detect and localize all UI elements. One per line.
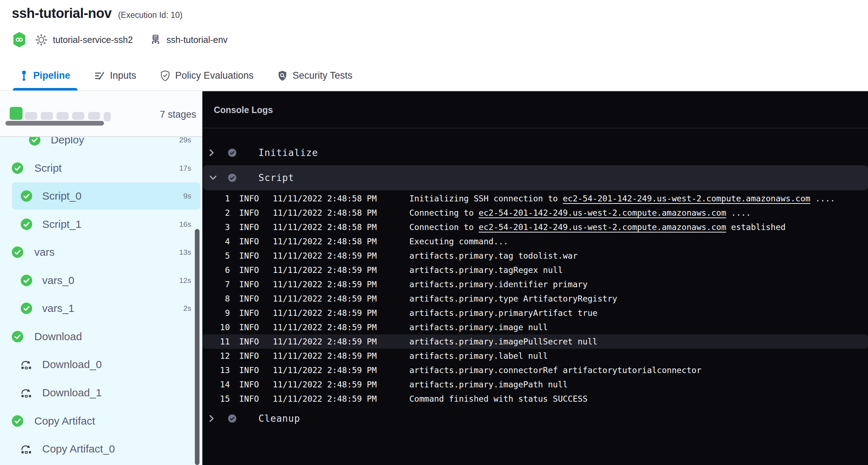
stage-row-script[interactable]: Script17s — [0, 154, 202, 182]
collapse-toggle[interactable] — [209, 175, 217, 180]
log-timestamp: 11/11/2022 2:48:58 PM — [273, 208, 377, 217]
log-message: artifacts.primary.image null — [409, 323, 548, 332]
stage-label: Script_1 — [42, 218, 82, 230]
log-line-12: 12INFO11/11/2022 2:48:59 PMartifacts.pri… — [202, 349, 868, 363]
stage-row-script-1[interactable]: Script_116s — [0, 210, 202, 239]
stage-success-icon — [21, 190, 32, 202]
stage-row-download-1[interactable]: Download_1 — [0, 378, 202, 407]
log-line-14: 14INFO11/11/2022 2:48:59 PMartifacts.pri… — [202, 377, 868, 392]
stage-row-deploy[interactable]: Deploy29s — [0, 137, 202, 154]
execution-tabbar: Pipeline Inputs Policy Evaluations Secur… — [0, 61, 868, 91]
log-line-number: 7 — [208, 280, 230, 289]
log-message: artifacts.primary.tagRegex null — [409, 265, 563, 275]
host-link[interactable]: ec2-54-201-142-249.us-west-2.compute.ama… — [479, 208, 726, 217]
console-divider — [202, 128, 868, 128]
service-link[interactable]: tutorial-service-ssh2 — [35, 34, 133, 46]
stage-row-download-0[interactable]: Download_0 — [0, 350, 202, 379]
log-line-number: 3 — [208, 222, 230, 232]
log-line-number: 10 — [208, 323, 230, 332]
chevron-right-icon — [209, 149, 214, 157]
log-message: artifacts.primary.imagePath null — [409, 380, 568, 389]
log-message: artifacts.primary.label null — [409, 351, 548, 361]
stage-label: Deploy — [51, 137, 84, 146]
stage-label: Download — [34, 331, 82, 343]
stage-progress-scrollbar[interactable] — [5, 121, 104, 126]
console-panel: Console Logs InitializeScript1INFO11/11/… — [202, 91, 868, 465]
log-level: INFO — [239, 308, 259, 318]
log-level: INFO — [239, 237, 259, 246]
environment-name: ssh-tutorial-env — [167, 35, 228, 45]
log-line-11: 11INFO11/11/2022 2:48:59 PMartifacts.pri… — [202, 334, 868, 349]
log-line-number: 6 — [208, 265, 230, 275]
log-message: Connection to ec2-54-201-142-249.us-west… — [409, 222, 785, 232]
pipeline-name: ssh-tutorial-nov — [12, 6, 112, 21]
log-level: INFO — [239, 351, 259, 361]
sidebar-scrollbar[interactable] — [195, 229, 199, 465]
stage-row-vars-1[interactable]: vars_12s — [0, 294, 202, 323]
tab-pipeline[interactable]: Pipeline — [13, 61, 78, 90]
stage-row-vars[interactable]: vars13s — [0, 238, 202, 266]
tab-label: Pipeline — [33, 70, 70, 81]
log-timestamp: 11/11/2022 2:48:59 PM — [273, 394, 377, 403]
chevron-right-icon — [209, 415, 214, 422]
log-section-initialize[interactable]: Initialize — [202, 144, 868, 161]
log-timestamp: 11/11/2022 2:48:59 PM — [273, 380, 377, 389]
log-timestamp: 11/11/2022 2:48:59 PM — [273, 251, 377, 260]
stage-duration: 2s — [183, 304, 191, 313]
success-check-icon — [21, 303, 32, 314]
tab-policy-evaluations[interactable]: Policy Evaluations — [153, 61, 261, 90]
stage-row-copy-artifact[interactable]: Copy Artifact — [0, 407, 202, 435]
log-level: INFO — [239, 394, 259, 403]
step-success-check-icon — [228, 174, 236, 182]
log-message: Command finished with status SUCCESS — [409, 394, 588, 403]
log-section-script[interactable]: Script — [202, 169, 868, 186]
tab-security-tests[interactable]: Security Tests — [271, 61, 360, 90]
log-line-13: 13INFO11/11/2022 2:48:59 PMartifacts.pri… — [202, 363, 868, 377]
expand-toggle[interactable] — [209, 149, 214, 157]
section-label: Cleanup — [258, 413, 300, 424]
expand-toggle[interactable] — [209, 415, 214, 422]
log-timestamp: 11/11/2022 2:48:58 PM — [273, 194, 377, 203]
stage-row-download[interactable]: Download — [0, 322, 202, 351]
log-line-5: 5INFO11/11/2022 2:48:59 PMartifacts.prim… — [202, 249, 868, 263]
stage-label: Script_0 — [42, 190, 82, 202]
stage-success-icon — [12, 415, 23, 427]
log-line-8: 8INFO11/11/2022 2:48:59 PMartifacts.prim… — [202, 292, 868, 306]
log-message: artifacts.primary.imagePullSecret null — [409, 337, 597, 346]
pipeline-icon — [20, 70, 28, 81]
log-line-number: 14 — [208, 380, 230, 389]
progress-square-pending — [88, 112, 100, 120]
host-link[interactable]: ec2-54-201-142-249.us-west-2.compute.ama… — [479, 222, 726, 232]
log-message: artifacts.primary.tag todolist.war — [409, 251, 578, 260]
log-line-3: 3INFO11/11/2022 2:48:58 PMConnection to … — [202, 220, 868, 234]
tab-label: Policy Evaluations — [175, 70, 253, 81]
log-timestamp: 11/11/2022 2:48:59 PM — [273, 265, 377, 275]
stage-success-icon — [21, 303, 32, 314]
step-retry-icon — [21, 444, 32, 455]
stage-success-icon — [12, 162, 23, 174]
progress-square-pending — [41, 112, 53, 120]
log-level: INFO — [239, 194, 259, 203]
tab-inputs[interactable]: Inputs — [88, 61, 144, 90]
log-level: INFO — [239, 208, 259, 217]
environment-link[interactable]: ssh-tutorial-env — [150, 34, 228, 45]
stage-duration: 17s — [179, 164, 191, 172]
stage-success-icon — [21, 275, 32, 286]
log-section-cleanup[interactable]: Cleanup — [202, 410, 868, 427]
log-line-number: 4 — [208, 237, 230, 246]
step-retry-icon — [21, 387, 32, 398]
log-timestamp: 11/11/2022 2:48:59 PM — [273, 351, 377, 361]
log-level: INFO — [239, 222, 259, 232]
step-retry-icon — [21, 359, 32, 370]
host-link[interactable]: ec2-54-201-142-249.us-west-2.compute.ama… — [563, 194, 810, 203]
main-split: 7 stages Deploy29sScript17sScript_09sScr… — [0, 91, 868, 465]
stage-row-script-0[interactable]: Script_09s — [0, 182, 202, 210]
log-line-number: 13 — [208, 366, 230, 375]
inputs-icon — [95, 71, 105, 81]
environment-icon — [150, 34, 161, 45]
log-level: INFO — [239, 337, 259, 346]
pipeline-execution-page: ssh-tutorial-nov (Execution Id: 10) tuto… — [0, 0, 868, 465]
selected-stage-highlight — [12, 182, 200, 210]
stage-row-vars-0[interactable]: vars_012s — [0, 266, 202, 295]
stage-row-copy-artifact-0[interactable]: Copy Artifact_0 — [0, 435, 202, 463]
